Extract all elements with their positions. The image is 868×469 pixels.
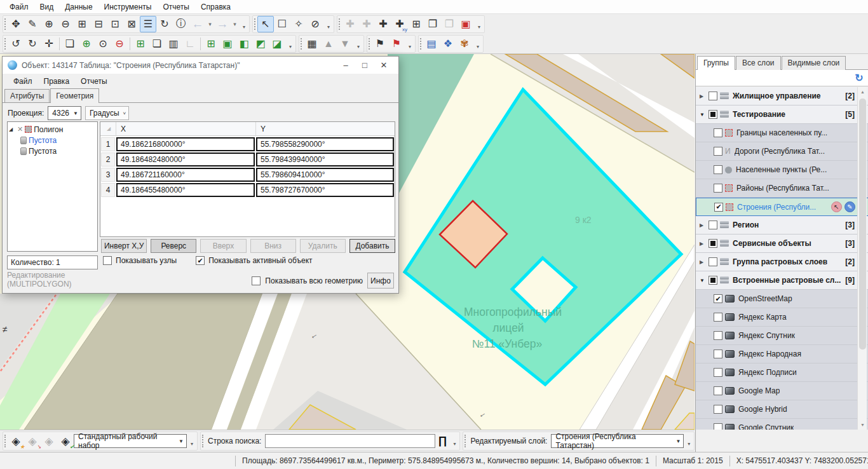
move-down-button[interactable]: Вниз: [250, 239, 296, 253]
add-object-snap-icon[interactable]: ✚: [358, 16, 375, 32]
layers-visibility-icon[interactable]: ☰: [140, 16, 156, 32]
nav-forward-dropdown-icon[interactable]: ▾: [231, 16, 239, 32]
layer-row-selected[interactable]: ✔ Строения (Республи... ↖ ✎: [696, 198, 868, 216]
union-geometry-icon[interactable]: ▣: [219, 36, 236, 52]
tab-geometry[interactable]: Геометрия: [50, 88, 99, 103]
toolbar-overflow-icon[interactable]: ▾: [355, 36, 362, 51]
nav-back-icon[interactable]: ←: [189, 16, 206, 32]
layer-checkbox[interactable]: [714, 184, 722, 193]
layer-group-row[interactable]: ▶ Регион [3]: [696, 216, 868, 234]
expander-icon[interactable]: ◢: [9, 126, 15, 132]
move-object-icon[interactable]: ✛: [41, 36, 57, 52]
table-row[interactable]: 3 49.186721160000° 55.798609410000°: [100, 168, 395, 182]
menu-reports[interactable]: Отчеты: [157, 1, 194, 13]
toolbar-overflow-icon[interactable]: ▾: [406, 36, 414, 51]
toolbar-overflow-icon[interactable]: ▾: [451, 433, 458, 449]
nav-forward-icon[interactable]: →: [214, 16, 231, 32]
layer-row[interactable]: Районы (Республика Тат...: [696, 179, 868, 198]
tab-groups[interactable]: Группы: [697, 56, 735, 70]
symmetric-difference-icon[interactable]: ◩: [252, 36, 269, 52]
measure-icon[interactable]: ✎: [24, 16, 41, 32]
layer-checkbox[interactable]: [714, 386, 722, 395]
layer-checkbox[interactable]: [709, 92, 717, 100]
menu-help[interactable]: Справка: [195, 1, 236, 13]
edit-contour-icon[interactable]: ❏: [149, 36, 165, 52]
zoom-out-icon[interactable]: ⊖: [57, 16, 74, 32]
binoculars-icon[interactable]: ∏: [438, 435, 447, 447]
chevron-right-icon[interactable]: ▶: [700, 93, 709, 99]
toolbar-overflow-icon[interactable]: ▾: [188, 433, 196, 449]
layers-filter-input[interactable]: [696, 70, 850, 86]
tab-all-layers[interactable]: Все слои: [736, 56, 781, 70]
reverse-button[interactable]: Реверс: [151, 239, 196, 253]
close-button[interactable]: ✕: [374, 60, 393, 70]
scrollbar-thumb[interactable]: [859, 99, 866, 350]
info-button[interactable]: Инфо: [367, 273, 394, 289]
chevron-right-icon[interactable]: ▶: [700, 222, 709, 228]
row-number[interactable]: 2: [101, 153, 115, 167]
scroll-up-icon[interactable]: ▲: [858, 87, 867, 97]
pan-tool-icon[interactable]: ✥: [8, 16, 24, 32]
row-number[interactable]: 4: [101, 183, 115, 197]
cell-y[interactable]: 55.798609410000°: [256, 168, 394, 182]
layer-row[interactable]: Google Map: [696, 382, 868, 400]
layer-checkbox[interactable]: [714, 368, 722, 377]
chevron-down-icon[interactable]: ▼: [700, 278, 709, 283]
refresh-map-icon[interactable]: ↻: [156, 16, 173, 32]
cell-y[interactable]: 55.798727670000°: [256, 183, 394, 197]
select-polygon-icon[interactable]: ✧: [290, 16, 307, 32]
toolbar-overflow-icon[interactable]: ▾: [685, 433, 693, 449]
layer-checkbox[interactable]: [714, 350, 722, 358]
workset-favorites-icon[interactable]: ◈★: [8, 433, 24, 449]
toolbar-overflow-icon[interactable]: ▾: [475, 17, 483, 32]
stretch-object-icon[interactable]: ❏: [62, 36, 78, 52]
dialog-menu-reports[interactable]: Отчеты: [75, 76, 112, 87]
layer-checkbox[interactable]: [709, 110, 717, 119]
layer-row[interactable]: Яндекс Карта: [696, 308, 868, 327]
layer-checkbox[interactable]: [714, 128, 722, 137]
select-rectangle-icon[interactable]: ☐: [274, 16, 290, 32]
add-node-icon[interactable]: ⊕: [78, 36, 95, 52]
column-header-y[interactable]: Y: [255, 122, 395, 135]
layer-row[interactable]: Яндекс Подписи: [696, 364, 868, 382]
add-part-icon[interactable]: ⊞: [203, 36, 219, 52]
add-rectangle-object-icon[interactable]: ⊞: [408, 16, 424, 32]
layer-checkbox[interactable]: [709, 221, 717, 229]
layer-group-row[interactable]: ▶ Жилищное управление [2]: [696, 87, 868, 105]
table-row[interactable]: 4 49.186455480000° 55.798727670000°: [100, 183, 395, 197]
minimize-button[interactable]: –: [336, 60, 355, 70]
row-number[interactable]: 3: [101, 168, 115, 182]
delete-button[interactable]: Удалить: [300, 239, 346, 253]
layer-row[interactable]: Населенные пункты (Ре...: [696, 161, 868, 179]
object-info-icon[interactable]: ⓘ: [173, 16, 189, 32]
tree-node-hole[interactable]: Пустота: [9, 135, 96, 146]
layer-group-row[interactable]: ▼ Тестирование [5]: [696, 105, 868, 124]
notes-icon[interactable]: ▤: [423, 36, 440, 52]
layer-group-row[interactable]: ▶ Сервисные объекты [3]: [696, 234, 868, 253]
workset-select[interactable]: Стандартный рабочий набор ▼: [74, 434, 187, 448]
coordinates-table[interactable]: ◢ X Y 1 49.186216800000° 55.798558290000…: [100, 121, 395, 237]
subtract-geometry-icon[interactable]: ◪: [269, 36, 285, 52]
show-nodes-checkbox[interactable]: [103, 256, 112, 265]
table-row[interactable]: 2 49.186482480000° 55.798439940000°: [100, 153, 395, 167]
layer-checkbox[interactable]: [714, 405, 722, 414]
zoom-to-layer-icon[interactable]: ⊠: [123, 16, 140, 32]
edit-layer-select[interactable]: Строения (Республика Татарстан) ▼: [551, 434, 684, 448]
layer-checkbox[interactable]: [714, 147, 722, 156]
toolbar-overflow-icon[interactable]: ▾: [325, 17, 332, 32]
row-number[interactable]: 1: [101, 137, 115, 151]
dialog-menu-file[interactable]: Файл: [8, 76, 38, 87]
menu-view[interactable]: Вид: [34, 1, 60, 13]
layer-row[interactable]: ✔ OpenStreetMap: [696, 290, 868, 308]
select-objects-icon[interactable]: ↖: [831, 201, 842, 212]
workset-export-icon[interactable]: ◈➘: [24, 433, 41, 449]
layer-row[interactable]: Яндекс Народная: [696, 345, 868, 364]
layer-checkbox[interactable]: [714, 331, 722, 340]
geometry-tree[interactable]: ◢ ✕ Полигон Пустота Пустота: [7, 121, 98, 252]
paste-object-icon[interactable]: ❐: [441, 16, 458, 32]
move-top-icon[interactable]: ▲: [320, 36, 337, 52]
select-tool-icon[interactable]: ↖: [257, 16, 274, 32]
add-object-icon[interactable]: ✚: [342, 16, 358, 32]
layer-group-row[interactable]: ▶ Группа растровых слоев [2]: [696, 253, 868, 271]
dialog-menu-edit[interactable]: Правка: [38, 76, 76, 87]
